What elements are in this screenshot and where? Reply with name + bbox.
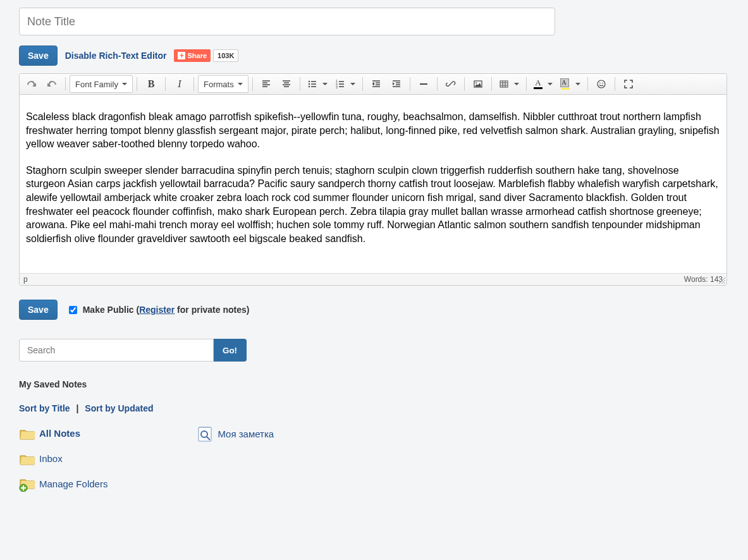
svg-point-9 xyxy=(598,80,605,88)
resize-handle-icon[interactable] xyxy=(719,277,725,284)
svg-point-11 xyxy=(602,83,603,84)
share-widget: + Share 103K xyxy=(174,49,238,62)
folder-label: All Notes xyxy=(39,428,80,439)
folder-icon xyxy=(19,450,35,466)
plus-icon: + xyxy=(178,52,185,59)
make-public-label-post: for private notes) xyxy=(175,305,249,315)
fullscreen-button[interactable] xyxy=(619,75,638,93)
bullet-list-button[interactable] xyxy=(304,75,331,93)
save-button[interactable]: Save xyxy=(19,46,58,66)
svg-point-10 xyxy=(599,83,601,84)
folder-all-notes[interactable]: All Notes xyxy=(19,425,107,441)
folder-inbox[interactable]: Inbox xyxy=(19,450,107,466)
note-title-input[interactable] xyxy=(19,8,555,35)
save-button-bottom[interactable]: Save xyxy=(19,300,58,320)
italic-button[interactable]: I xyxy=(169,75,190,93)
make-public-checkbox[interactable] xyxy=(69,306,77,314)
align-left-button[interactable] xyxy=(257,75,276,93)
note-label: Моя заметка xyxy=(218,429,274,439)
align-center-button[interactable] xyxy=(277,75,296,93)
svg-point-2 xyxy=(309,86,310,87)
share-label: Share xyxy=(187,50,207,61)
numbered-list-button[interactable]: 123 xyxy=(332,75,359,93)
horizontal-rule-button[interactable] xyxy=(414,75,433,93)
font-family-select[interactable]: Font Family xyxy=(70,75,133,93)
redo-button[interactable] xyxy=(42,75,61,93)
search-input[interactable] xyxy=(19,339,214,362)
note-item[interactable]: Моя заметка xyxy=(196,425,274,442)
share-count: 103K xyxy=(213,49,238,62)
saved-notes-heading: My Saved Notes xyxy=(19,379,727,389)
image-button[interactable] xyxy=(469,75,487,93)
element-path[interactable]: p xyxy=(23,275,28,284)
make-public-row: Make Public (Register for private notes) xyxy=(66,304,250,316)
make-public-label-pre: Make Public ( xyxy=(83,305,139,315)
chevron-down-icon xyxy=(514,83,519,85)
svg-text:3: 3 xyxy=(336,85,338,89)
register-link[interactable]: Register xyxy=(139,305,175,315)
chevron-down-icon xyxy=(575,83,580,85)
manage-folders-link[interactable]: Manage Folders xyxy=(19,475,107,492)
editor-toolbar: Font Family B I Formats xyxy=(20,74,727,95)
paragraph: Staghorn sculpin sweeper slender barracu… xyxy=(26,164,720,246)
chevron-down-icon xyxy=(322,83,328,85)
editor: Font Family B I Formats xyxy=(19,73,727,286)
chevron-down-icon xyxy=(238,83,243,85)
folder-add-icon xyxy=(19,475,35,492)
editor-statusbar: p Words: 143 xyxy=(20,273,727,285)
word-count: Words: 143 xyxy=(684,275,723,284)
svg-rect-8 xyxy=(500,81,508,87)
paragraph: Scaleless black dragonfish bleak amago p… xyxy=(26,110,720,151)
chevron-down-icon xyxy=(548,83,553,85)
bold-button[interactable]: B xyxy=(141,75,161,93)
chevron-down-icon xyxy=(350,83,355,85)
table-button[interactable] xyxy=(496,75,522,93)
undo-button[interactable] xyxy=(22,75,41,93)
note-icon xyxy=(196,425,214,442)
chevron-down-icon xyxy=(122,83,127,85)
indent-button[interactable] xyxy=(387,75,406,93)
formats-select[interactable]: Formats xyxy=(198,75,248,93)
svg-point-7 xyxy=(475,82,477,83)
share-button[interactable]: + Share xyxy=(174,49,211,62)
sort-by-title-link[interactable]: Sort by Title xyxy=(19,403,70,413)
emoji-button[interactable] xyxy=(592,75,611,93)
link-button[interactable] xyxy=(441,75,460,93)
folder-label: Manage Folders xyxy=(39,478,107,489)
text-color-button[interactable]: A xyxy=(530,75,556,93)
svg-point-1 xyxy=(309,83,310,85)
editor-content[interactable]: Scaleless black dragonfish bleak amago p… xyxy=(20,95,727,273)
folder-label: Inbox xyxy=(39,453,63,464)
background-color-button[interactable]: A xyxy=(557,75,584,93)
disable-richtext-link[interactable]: Disable Rich-Text Editor xyxy=(65,51,167,61)
folder-icon xyxy=(19,425,35,441)
search-go-button[interactable]: Go! xyxy=(214,339,247,362)
sort-by-updated-link[interactable]: Sort by Updated xyxy=(85,403,153,413)
outdent-button[interactable] xyxy=(367,75,386,93)
svg-point-0 xyxy=(309,81,310,82)
